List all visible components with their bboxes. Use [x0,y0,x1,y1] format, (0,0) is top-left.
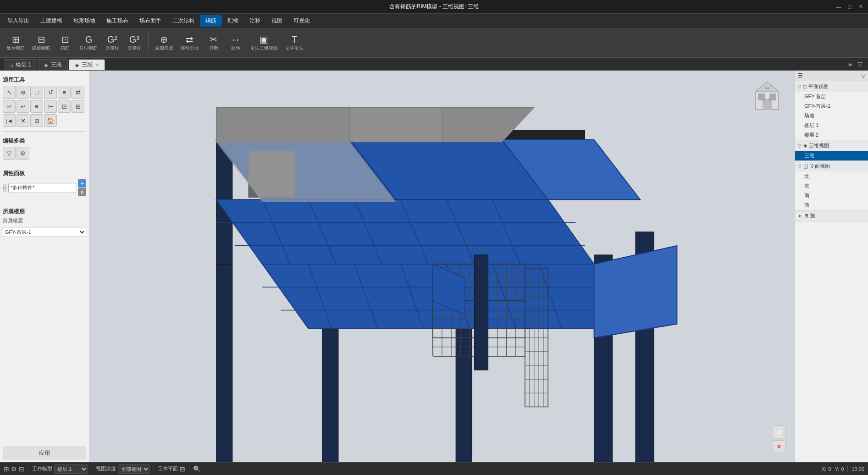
viewport[interactable]: Top Front ↺ ✕ [89,71,795,462]
toolbar-group-9[interactable]: ↔延伸 [226,33,246,53]
search-icon[interactable]: 🔍 [193,465,201,473]
array-tool[interactable]: ⇄ [72,86,84,99]
view-depth-item: 视图深度 全部视图 [96,464,150,474]
elevation-view-header[interactable]: ▽ ◫ 立面视图 [795,161,868,171]
delete-tool[interactable]: ✕ [17,114,29,127]
rotate-tool[interactable]: ↺ [44,86,57,99]
menu-item-4[interactable]: 场布助手 [134,15,167,27]
component-add-btn[interactable]: + [78,179,86,188]
time-label: 10:00 [851,466,864,472]
elevation-west[interactable]: 西 [795,200,868,210]
svg-marker-12 [216,199,594,264]
elevation-south[interactable]: 南 [795,191,868,200]
align-tool[interactable]: ≡ [30,100,43,113]
undo-tool[interactable]: ↩ [17,100,29,113]
toolbar-group-0[interactable]: ⊞显示钢筋 [4,33,28,53]
3d-view-label: 三维视图 [809,142,829,149]
toolbar-sep [148,32,149,54]
navigation-cube[interactable]: Top Front [749,80,785,116]
menu-item-0[interactable]: 导入导出 [2,15,35,27]
toolbar-group-6[interactable]: ⊕添加夹点 [152,33,176,53]
3d-view-item[interactable]: 三维 [795,151,868,160]
menu-item-8[interactable]: 注释 [244,15,266,27]
plan-gfy-floor[interactable]: GFY-首层 [795,92,868,101]
right-panel: › ☰ ▽ ▽ □ 平面视图 GFY-首层 GFY-首层-1 场地 楼层 1 楼… [795,71,868,462]
plan-floor-1[interactable]: 楼层 1 [795,121,868,130]
close-button[interactable]: ✕ [857,3,864,11]
svg-text:Front: Front [764,98,770,101]
menubar: 导入导出土建建模地形场地施工场布场布助手二次结构钢筋配模注释视图可视化 [0,14,868,28]
menu-item-7[interactable]: 配模 [222,15,244,27]
component-input[interactable] [8,183,76,193]
trim-tool[interactable]: ✂ [3,100,16,113]
toolbar-label-9: 延伸 [231,45,240,51]
menu-item-2[interactable]: 地形场地 [68,15,101,27]
tabbar-filter-btn[interactable]: ▽ [856,60,864,69]
elevation-north[interactable]: 北 [795,171,868,181]
menu-item-3[interactable]: 施工场布 [101,15,134,27]
toolbar-label-0: 显示钢筋 [6,45,25,51]
right-panel-filter-btn[interactable]: ▽ [861,72,865,79]
3d-view-chevron: ▽ [798,143,802,148]
menu-item-10[interactable]: 可视化 [288,15,315,27]
group-tool[interactable]: ⊞ [72,100,84,113]
plan-site[interactable]: 场地 [795,111,868,121]
coord-x-item: X: 0 [822,466,831,472]
component-list-btn[interactable]: ≡ [78,188,86,196]
first-tool[interactable]: |◄ [3,114,16,127]
select-tool[interactable]: ↖ [3,86,16,99]
plan-floor-2[interactable]: 楼层 2 [795,130,868,140]
tab-3d1[interactable]: ◈三维 [38,59,68,70]
apply-button[interactable]: 应用 [3,447,86,459]
status-sep-4 [189,465,189,473]
settings-btn[interactable]: ⚙ [17,147,29,160]
family-section: ► ⊞ 族 [795,210,868,221]
scale-tool[interactable]: ⊡ [58,100,71,113]
filter-btn[interactable]: ▽ [3,147,16,160]
toolbar-group-3[interactable]: GGTJ钢筋 [77,33,100,53]
toolbar-group-4[interactable]: G²云箍样 [102,33,122,53]
rotate-reset-btn[interactable]: ↺ [773,425,785,438]
toolbar-group-7[interactable]: ⇄移动分段 [178,33,202,53]
minimize-button[interactable]: — [835,3,842,11]
menu-item-9[interactable]: 视图 [266,15,288,27]
family-header[interactable]: ► ⊞ 族 [795,210,868,221]
tabbar-menu-btn[interactable]: ≡ [846,60,854,69]
3d-view-header[interactable]: ▽ ◈ 三维视图 [795,140,868,151]
toolbar-group-1[interactable]: ⊟隐藏钢筋 [29,33,53,53]
tab-close-2[interactable]: ✕ [95,62,99,67]
menu-item-1[interactable]: 土建建模 [35,15,68,27]
floor-select[interactable]: GFY-首层-1 GFY-首层 楼层 1 楼层 2 [3,227,86,237]
titlebar: 含有钢筋的BIM模型 - 三维视图: 三维 — □ ✕ [0,0,868,14]
tab-3d2[interactable]: ◈三维✕ [69,59,105,70]
tab-floor1[interactable]: □楼层 1 [4,59,37,70]
work-plane-icon[interactable]: ⊟ [180,465,185,473]
move-tool[interactable]: ⊕ [17,86,29,99]
toolbar-group-5[interactable]: G³云箍样 [124,33,144,53]
right-panel-collapse-btn[interactable]: › [795,257,795,276]
mirror-tool[interactable]: ≡ [58,86,71,99]
work-model-select[interactable]: 楼层 1 楼层 2 GFY-首层 [54,464,88,474]
maximize-button[interactable]: □ [846,3,853,11]
menu-item-5[interactable]: 二次结构 [167,15,200,27]
status-icon-2[interactable]: ⚙ [11,465,17,473]
status-left-icons: ⊞ ⚙ ⊟ [4,465,24,473]
toolbar-group-11[interactable]: T文字引注 [282,33,306,53]
status-icon-3[interactable]: ⊟ [19,465,24,473]
copy-tool[interactable]: □ [30,86,43,99]
plan-gfy-floor-1[interactable]: GFY-首层-1 [795,101,868,111]
toolbar-group-8[interactable]: ✂打断 [204,33,224,53]
home-tool[interactable]: 🏠 [44,114,57,127]
offset-tool[interactable]: ⊢ [44,100,57,113]
toolbar-group-10[interactable]: ▣引注三维视图 [248,33,281,53]
menu-item-6[interactable]: 钢筋 [200,15,222,27]
view-depth-select[interactable]: 全部视图 [118,464,150,474]
elevation-east[interactable]: 东 [795,181,868,191]
viewport-close-btn[interactable]: ✕ [773,440,785,453]
hide-tool[interactable]: ⊟ [30,114,43,127]
floor-label: 所属楼层 [3,217,23,224]
plan-view-header[interactable]: ▽ □ 平面视图 [795,81,868,92]
status-icon-1[interactable]: ⊞ [4,465,9,473]
toolbar-group-2[interactable]: ⊡箱筋 [55,33,75,53]
right-panel-icon: ☰ [798,72,803,79]
